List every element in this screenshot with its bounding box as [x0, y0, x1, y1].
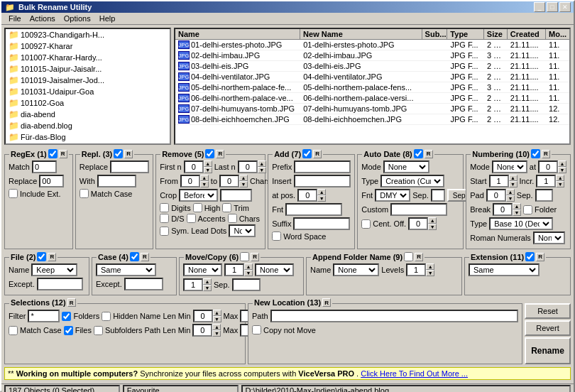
movecopy-r-btn[interactable]: R [251, 253, 259, 261]
include-ext-check[interactable] [9, 189, 18, 198]
repl-enable[interactable] [114, 149, 123, 158]
list-item[interactable]: JPG01-delhi-erstes-photo.JPG 01-delhi-er… [175, 40, 569, 50]
hidden-check[interactable] [102, 312, 111, 321]
to-down[interactable]: ▼ [239, 181, 248, 187]
numbering-enable[interactable] [531, 149, 540, 158]
close-button[interactable]: ✕ [559, 2, 571, 12]
revert-button[interactable]: Revert [525, 320, 571, 336]
path-len-min-input[interactable] [192, 324, 212, 337]
plm-up[interactable]: ▲ [212, 324, 221, 330]
case-r-btn[interactable]: R [141, 253, 149, 261]
movecopy-input2[interactable] [183, 278, 203, 291]
case-select[interactable]: Same [96, 263, 156, 276]
list-item[interactable]: JPG03-delhi-eis.JPG 03-delhi-eis.JPG JPG… [175, 61, 569, 72]
path-input[interactable] [270, 310, 518, 322]
num-sep-input[interactable] [535, 189, 553, 202]
accents-check[interactable] [187, 214, 196, 223]
num-incr-up[interactable]: ▲ [556, 175, 564, 181]
num-break-up[interactable]: ▲ [513, 203, 521, 209]
regex-r-btn[interactable]: R [59, 150, 67, 158]
regex-replace-input[interactable] [39, 175, 64, 187]
minimize-button[interactable]: _ [534, 2, 545, 12]
name-len-min-input[interactable] [193, 310, 213, 322]
autodate-r-btn[interactable]: R [425, 150, 433, 158]
appendfolder-name-select[interactable]: None [333, 263, 379, 276]
movecopy-input1[interactable] [224, 263, 244, 276]
num-pad-down[interactable]: ▼ [506, 195, 515, 202]
num-at-input[interactable] [538, 160, 558, 173]
col-new-name[interactable]: New Name [300, 29, 422, 39]
filter-input[interactable] [28, 310, 60, 322]
last-n-up[interactable]: ▲ [258, 160, 266, 167]
num-start-input[interactable] [489, 175, 509, 187]
afl-up[interactable]: ▲ [426, 263, 434, 270]
numbering-r-btn[interactable]: R [542, 150, 550, 158]
autodate-fnt-select[interactable]: DMY [375, 189, 410, 202]
files-check[interactable] [64, 326, 73, 335]
afl-down[interactable]: ▼ [426, 270, 434, 276]
last-n-down[interactable]: ▼ [258, 167, 266, 173]
at-pos-down[interactable]: ▼ [317, 195, 326, 202]
non-select[interactable]: Non [229, 224, 256, 237]
from-input[interactable] [180, 175, 200, 187]
list-item[interactable]: JPG06-delhi-northem-palace-ve... 06-delh… [175, 93, 569, 104]
rename-button[interactable]: Rename [525, 337, 571, 364]
file2-name-select[interactable]: Keep [31, 263, 77, 276]
movecopy-sep-input[interactable] [232, 278, 261, 291]
tree-item[interactable]: 📁101019-Jaisalmer-Jod... [6, 75, 170, 86]
first-n-input[interactable] [184, 160, 204, 173]
case-except-input[interactable] [124, 278, 163, 290]
tree-item[interactable]: 📁100923-Chandigarh-H... [6, 29, 170, 40]
cent-check[interactable] [361, 219, 371, 229]
appendfolder-r-btn[interactable]: R [415, 253, 423, 261]
from-up[interactable]: ▲ [200, 175, 209, 181]
num-break-down[interactable]: ▼ [513, 209, 521, 216]
list-item[interactable]: JPG05-delhi-northem-palace-fe... 05-delh… [175, 82, 569, 93]
list-item[interactable]: JPG02-delhi-imbau.JPG 02-delhi-imbau.JPG… [175, 50, 569, 61]
mc-up1[interactable]: ▲ [244, 263, 253, 270]
extension-r-btn[interactable]: R [536, 253, 544, 261]
col-modified[interactable]: Mo... [546, 29, 569, 39]
nlm-up[interactable]: ▲ [213, 310, 221, 316]
tree-item[interactable]: 📁101007-Kharar-Hardy... [6, 52, 170, 63]
to-input[interactable] [219, 175, 239, 187]
tree-item[interactable]: 📁101031-Udaipur-Goa [6, 86, 170, 97]
newlocation-r-btn[interactable]: R [322, 298, 331, 307]
tree-item[interactable]: 📁100927-Kharar [6, 40, 170, 52]
word-space-check[interactable] [272, 232, 281, 241]
num-start-down[interactable]: ▼ [509, 181, 518, 187]
to-up[interactable]: ▲ [239, 175, 248, 181]
repl-match-case-check[interactable] [80, 189, 89, 198]
crop-input[interactable] [220, 189, 252, 202]
chars2-check[interactable] [228, 214, 237, 223]
crop-select[interactable]: BeforeAfter [179, 189, 218, 202]
at-pos-input[interactable] [297, 189, 317, 202]
off-input[interactable] [408, 217, 428, 230]
remove-r-btn[interactable]: R [216, 150, 224, 158]
autodate-custom-input[interactable] [390, 203, 447, 216]
file2-enable[interactable] [37, 252, 46, 261]
subfolders-check[interactable] [94, 326, 103, 335]
movecopy-sel1[interactable]: None [183, 263, 222, 276]
add-enable[interactable] [302, 149, 312, 158]
first-n-up[interactable]: ▲ [204, 160, 212, 167]
roman-select[interactable]: None [533, 232, 565, 244]
repl-with-input[interactable] [97, 175, 136, 187]
mc-down1[interactable]: ▼ [244, 270, 253, 276]
autodate-sep-input[interactable] [431, 189, 445, 202]
menu-file[interactable]: File [4, 13, 26, 24]
off-up[interactable]: ▲ [428, 217, 437, 224]
menu-actions[interactable]: Actions [26, 13, 60, 24]
prefix-input[interactable] [294, 160, 351, 173]
suffix-input[interactable] [293, 217, 350, 230]
tree-item[interactable]: 📁101015-Jaipur-Jaisalr... [6, 63, 170, 75]
num-pad-input[interactable] [486, 189, 506, 202]
num-type-select[interactable]: Base 10 (Decimal) [489, 217, 553, 230]
reset-button[interactable]: Reset [525, 303, 571, 319]
autodate-enable[interactable] [414, 149, 423, 158]
tree-item[interactable]: 📁Für-das-Blog [6, 131, 170, 143]
at-pos-up[interactable]: ▲ [317, 189, 326, 195]
menu-help[interactable]: Help [95, 13, 120, 24]
digits-check[interactable] [160, 203, 169, 212]
col-size[interactable]: Size [484, 29, 508, 39]
